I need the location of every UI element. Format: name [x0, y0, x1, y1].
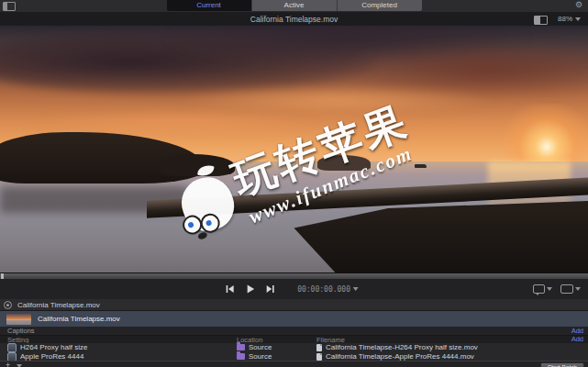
output-row[interactable]: H264 Proxy half size Source California T…: [0, 343, 588, 353]
marker-dropdown[interactable]: [533, 284, 552, 294]
view-segmented-control: Current Active Completed: [167, 0, 422, 11]
folder-icon: [237, 344, 245, 350]
start-batch-button[interactable]: Start Batch: [540, 362, 584, 367]
outputs-header-row: Setting Location Filename Add: [0, 336, 588, 343]
outputs-add-button[interactable]: Add: [571, 336, 583, 343]
column-setting: Setting: [7, 336, 28, 343]
chevron-down-icon: [547, 287, 552, 291]
job-name: California Timelapse.mov: [17, 301, 100, 309]
batch-footer: + Start Batch: [0, 361, 588, 367]
previous-frame-button[interactable]: [224, 284, 235, 295]
file-icon: [316, 344, 322, 351]
transport-bar: 00:00:00.000: [0, 279, 588, 300]
timecode-display[interactable]: 00:00:00.000: [297, 285, 359, 294]
filename-value: California Timelapse-H264 Proxy half siz…: [326, 343, 478, 351]
clip-name: California Timelapse.mov: [38, 315, 120, 323]
viewer-title-bar: California Timelapse.mov 88%: [0, 12, 588, 27]
timecode-value: 00:00:00.000: [297, 285, 350, 294]
video-preview[interactable]: 玩转苹果 www.ifunmac.com: [0, 26, 588, 272]
display-icon: [560, 284, 573, 294]
setting-name: H264 Proxy half size: [20, 343, 87, 351]
chevron-down-icon: [575, 17, 581, 21]
zoom-level-value: 88%: [558, 15, 572, 23]
clip-thumbnail: [6, 314, 31, 325]
captions-add-button[interactable]: Add: [571, 327, 583, 335]
column-filename: Filename: [316, 336, 345, 343]
filename-value: California Timelapse-Apple ProRes 4444.m…: [326, 352, 474, 361]
sidebar-toggle-icon[interactable]: [3, 2, 16, 11]
tab-active[interactable]: Active: [252, 0, 338, 11]
setting-icon: [7, 343, 17, 352]
setting-name: Apple ProRes 4444: [20, 352, 83, 361]
captions-row[interactable]: Captions Add: [0, 327, 588, 336]
tab-completed[interactable]: Completed: [338, 0, 422, 11]
selected-clip-row[interactable]: California Timelapse.mov: [0, 311, 588, 327]
viewer-title: California Timelapse.mov: [0, 15, 588, 24]
file-icon: [316, 353, 322, 361]
location-value: Source: [249, 352, 272, 361]
split-compare-icon[interactable]: [534, 16, 548, 25]
tab-current[interactable]: Current: [167, 0, 252, 11]
location-value: Source: [249, 343, 272, 351]
column-location: Location: [237, 336, 262, 343]
settings-gear-icon[interactable]: ⚙: [575, 0, 582, 11]
play-button[interactable]: [244, 284, 255, 295]
display-dropdown[interactable]: [560, 284, 581, 294]
chevron-down-icon: [353, 287, 359, 291]
add-setting-button[interactable]: +: [6, 361, 10, 367]
chevron-down-icon: [575, 287, 581, 291]
zoom-level-dropdown[interactable]: 88%: [558, 15, 581, 23]
job-header-row[interactable]: California Timelapse.mov: [0, 299, 588, 311]
compressor-window: Current Active Completed ⚙ California Ti…: [0, 0, 588, 367]
folder-icon: [237, 353, 245, 360]
clip-icon: [4, 301, 12, 309]
marker-icon: [533, 284, 545, 294]
next-frame-button[interactable]: [264, 284, 275, 295]
captions-label: Captions: [7, 327, 35, 335]
top-toolbar: Current Active Completed ⚙: [0, 0, 588, 12]
